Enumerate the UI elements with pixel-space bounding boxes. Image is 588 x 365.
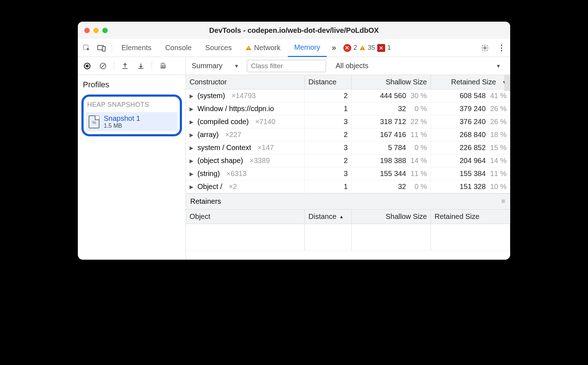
shallow-pct: 30 % (410, 92, 427, 100)
shallow-size: 32 (398, 182, 406, 191)
table-row[interactable]: ▶(array)×2272167 41611 %268 84018 % (186, 128, 510, 141)
tab-sources[interactable]: Sources (199, 39, 238, 57)
rcol-distance-label: Distance (308, 212, 337, 221)
save-profile-icon[interactable] (134, 59, 148, 73)
expand-arrow-icon[interactable]: ▶ (190, 145, 195, 151)
load-profile-icon[interactable] (118, 59, 132, 73)
warning-badge-icon[interactable] (359, 45, 366, 51)
heap-snapshots-highlight: HEAP SNAPSHOTS Snapshot 1 1.5 MB (81, 94, 182, 136)
expand-arrow-icon[interactable]: ▶ (190, 119, 195, 125)
distance-value: 1 (305, 180, 352, 193)
tab-network[interactable]: Network (239, 39, 287, 57)
table-row[interactable]: ▶Object /×21320 %151 32810 % (186, 180, 510, 193)
col-retained[interactable]: Retained Size ▼ (431, 75, 510, 89)
table-body: ▶(system)×147932444 56030 %608 54841 %▶W… (186, 89, 510, 193)
tab-elements-label: Elements (121, 44, 151, 52)
minimize-icon[interactable] (93, 28, 99, 33)
retained-size: 155 384 (460, 170, 486, 178)
tabs-overflow-button[interactable]: » (328, 43, 340, 53)
constructor-name: (array) (197, 131, 219, 139)
all-objects-dropdown[interactable]: All objects ▼ (333, 62, 507, 70)
retained-size: 379 240 (460, 105, 486, 113)
separator (112, 43, 112, 53)
shallow-size: 318 712 (380, 118, 406, 126)
sort-asc-icon: ▲ (339, 214, 344, 219)
error-badge-icon[interactable]: ✕ (343, 44, 351, 52)
rcol-retained[interactable]: Retained Size (431, 210, 510, 224)
tab-elements[interactable]: Elements (115, 39, 158, 57)
table-row[interactable]: ▶(object shape)×33892198 38814 %204 9641… (186, 154, 510, 167)
settings-gear-icon[interactable] (478, 41, 492, 55)
col-shallow[interactable]: Shallow Size (352, 75, 431, 89)
instance-count: ×7140 (255, 118, 275, 126)
rcol-distance[interactable]: Distance▲ (305, 210, 352, 224)
retained-pct: 26 % (489, 105, 507, 113)
distance-value: 1 (305, 102, 352, 115)
warning-count: 35 (368, 44, 375, 52)
rcol-shallow-label: Shallow Size (386, 212, 427, 221)
shallow-size: 32 (398, 105, 406, 113)
constructor-name: (string) (197, 170, 220, 178)
rcol-shallow[interactable]: Shallow Size (352, 210, 431, 224)
shallow-size: 198 388 (380, 157, 406, 165)
svg-rect-6 (362, 49, 363, 50)
all-objects-label: All objects (335, 62, 368, 70)
col-distance[interactable]: Distance (305, 75, 352, 89)
issues-badge-icon[interactable]: ✕ (377, 44, 385, 52)
clear-icon[interactable] (96, 59, 110, 73)
expand-arrow-icon[interactable]: ▶ (190, 158, 195, 164)
titlebar: DevTools - codepen.io/web-dot-dev/live/P… (78, 22, 510, 39)
retained-pct: 10 % (489, 182, 507, 191)
instance-count: ×6313 (226, 170, 246, 178)
distance-value: 2 (305, 89, 352, 102)
retainers-header[interactable]: Retainers ≡ (186, 193, 510, 210)
chevron-down-icon: ▼ (234, 63, 239, 69)
shallow-pct: 14 % (410, 157, 427, 165)
instance-count: ×2 (229, 182, 237, 191)
main-panel: Summary ▼ All objects ▼ Constructor Dist… (186, 57, 510, 260)
retained-size: 204 964 (460, 157, 486, 165)
retainers-table-header: Object Distance▲ Shallow Size Retained S… (186, 210, 510, 224)
shallow-pct: 11 % (410, 170, 427, 178)
expand-arrow-icon[interactable]: ▶ (190, 106, 195, 112)
tab-memory[interactable]: Memory (288, 39, 327, 57)
shallow-size: 155 344 (380, 170, 406, 178)
table-row[interactable]: ▶system / Context×14735 7840 %226 85215 … (186, 141, 510, 154)
constructor-name: Object / (197, 182, 222, 191)
device-toolbar-icon[interactable] (94, 41, 109, 55)
garbage-collect-icon[interactable] (156, 59, 170, 73)
col-distance-label: Distance (308, 78, 337, 86)
tab-console[interactable]: Console (159, 39, 198, 57)
status-badges: ✕ 2 35 ✕ 1 (343, 44, 391, 52)
summary-dropdown[interactable]: Summary ▼ (190, 62, 241, 70)
shallow-size: 167 416 (380, 131, 406, 139)
table-row[interactable]: ▶(system)×147932444 56030 %608 54841 % (186, 89, 510, 102)
record-icon[interactable] (80, 59, 94, 73)
snapshot-name: Snapshot 1 (104, 114, 140, 123)
class-filter-input[interactable] (247, 60, 326, 72)
scrollbar[interactable] (504, 75, 510, 91)
more-options-icon[interactable]: ⋮ (494, 41, 509, 55)
inspect-element-icon[interactable] (79, 41, 94, 55)
hamburger-icon[interactable]: ≡ (501, 198, 506, 205)
retained-size: 268 840 (460, 131, 486, 139)
issues-count: 1 (387, 44, 391, 52)
table-row[interactable]: ▶(compiled code)×71403318 71222 %376 240… (186, 115, 510, 128)
filter-bar: Summary ▼ All objects ▼ (186, 57, 510, 75)
table-row[interactable]: ▶Window / https://cdpn.io1320 %379 24026… (186, 102, 510, 115)
svg-point-7 (484, 47, 486, 49)
error-count: 2 (353, 44, 357, 52)
svg-rect-2 (102, 47, 105, 51)
expand-arrow-icon[interactable]: ▶ (190, 184, 195, 190)
close-icon[interactable] (84, 28, 90, 33)
snapshot-item[interactable]: Snapshot 1 1.5 MB (86, 112, 178, 131)
rcol-object[interactable]: Object (186, 210, 305, 224)
expand-arrow-icon[interactable]: ▶ (190, 132, 195, 138)
zoom-icon[interactable] (102, 28, 108, 33)
summary-label: Summary (192, 62, 223, 70)
expand-arrow-icon[interactable]: ▶ (190, 93, 195, 99)
col-retained-label: Retained Size (451, 78, 496, 86)
col-constructor[interactable]: Constructor (186, 75, 305, 89)
table-row[interactable]: ▶(string)×63133155 34411 %155 38411 % (186, 167, 510, 180)
expand-arrow-icon[interactable]: ▶ (190, 171, 195, 177)
